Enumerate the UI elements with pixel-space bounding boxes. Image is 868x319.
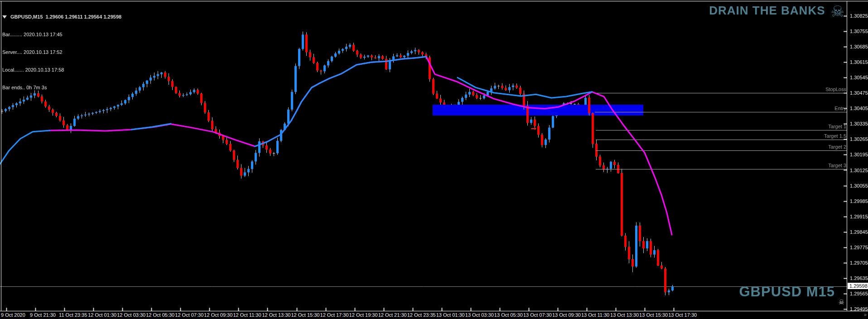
price-axis-label: 1.30755 — [850, 29, 868, 34]
price-axis-label: 1.30125 — [850, 168, 868, 173]
bar-ends-row: Bar ends.. 0h 7m 3s — [2, 85, 121, 91]
chart-left-border — [1, 1, 1, 311]
price-axis-label: 1.29915 — [850, 214, 868, 219]
time-axis-label: 12 Oct 23:35 — [407, 312, 436, 318]
time-axis-label: 12 Oct 07:30 — [175, 312, 203, 318]
time-axis-label: 12 Oct 09:30 — [204, 312, 232, 318]
time-axis-label: 9 Oct 2020 — [1, 312, 25, 318]
small-skull-icon: ☠ — [839, 298, 844, 306]
current-price-badge: 1.29598 — [848, 283, 868, 289]
server-time-row: Server.... 2020.10.13 17:52 — [2, 49, 121, 55]
time-axis-label: 12 Oct 05:30 — [146, 312, 174, 318]
time-axis-label: 13 Oct 15:30 — [639, 312, 668, 318]
time-axis-label: 13 Oct 01:30 — [436, 312, 465, 318]
time-axis-label: 9 Oct 21:30 — [30, 312, 56, 318]
price-axis-label: 1.30825 — [850, 13, 868, 19]
chart-top-border — [0, 1, 868, 1]
price-axis-label: 1.30475 — [850, 90, 868, 96]
price-axis-label: 1.30685 — [850, 44, 868, 49]
time-axis-label: 13 Oct 03:30 — [465, 312, 494, 318]
price-axis-label: 1.30195 — [850, 152, 868, 157]
symbol-ohlc-line: GBPUSD,M15 1.29606 1.29611 1.29564 1.295… — [2, 14, 121, 20]
price-axis-label: 1.30265 — [850, 136, 868, 142]
level-label-entry[interactable]: Entry — [792, 106, 846, 111]
time-axis-label: 12 Oct 13:30 — [262, 312, 290, 318]
price-chart-canvas[interactable] — [0, 0, 847, 311]
brand-banner: DRAIN THE BANKS ☠ — [709, 4, 844, 18]
price-axis-label: 1.29635 — [850, 276, 868, 281]
chart-info-panel: GBPUSD,M15 1.29606 1.29611 1.29564 1.295… — [2, 2, 121, 102]
time-axis-label: 11 Oct 23:35 — [59, 312, 87, 318]
price-axis-label: 1.30055 — [850, 183, 868, 188]
price-axis-label: 1.29775 — [850, 245, 868, 250]
skull-crossbones-icon: ☠ — [831, 5, 844, 18]
level-label-target-2[interactable]: Target 2 — [792, 144, 846, 150]
time-axis-separator — [0, 311, 868, 311]
time-axis-label: 13 Oct 07:30 — [523, 312, 552, 318]
price-axis-label: 1.29845 — [850, 229, 868, 235]
level-label-target-3[interactable]: Target 3 — [792, 163, 846, 168]
scroll-end-icon[interactable]: » — [864, 312, 867, 317]
time-axis-label: 12 Oct 21:30 — [378, 312, 407, 318]
time-axis-label: 13 Oct 13:30 — [610, 312, 639, 318]
price-axis-label: 1.29985 — [850, 198, 868, 204]
time-axis-label: 13 Oct 05:30 — [494, 312, 523, 318]
level-label-stoploss[interactable]: StopLoss — [792, 87, 846, 92]
time-axis-label: 12 Oct 17:30 — [320, 312, 349, 318]
time-axis-label: 12 Oct 01:30 — [88, 312, 116, 318]
brand-text: DRAIN THE BANKS — [709, 4, 825, 18]
level-label-target-1-5[interactable]: Target 1.5 — [792, 133, 846, 139]
price-axis-label: 1.30335 — [850, 121, 868, 126]
time-axis-label: 13 Oct 17:30 — [668, 312, 697, 318]
price-axis-label: 1.29705 — [850, 260, 868, 266]
time-axis-label: 12 Oct 19:30 — [349, 312, 378, 318]
chevron-down-icon[interactable] — [2, 15, 7, 19]
symbol-watermark: GBPUSD M15 — [739, 284, 835, 300]
price-axis-label: 1.30545 — [850, 75, 868, 80]
time-axis-label: 12 Oct 15:30 — [291, 312, 320, 318]
price-axis-separator — [847, 1, 847, 311]
bar-time-row: Bar......... 2020.10.13 17:45 — [2, 32, 121, 38]
mt4-chart-window: GBPUSD,M15 1.29606 1.29611 1.29564 1.295… — [0, 0, 868, 319]
time-axis-label: 12 Oct 11:30 — [233, 312, 261, 318]
price-axis-label: 1.29565 — [850, 291, 868, 296]
price-axis-label: 1.30615 — [850, 59, 868, 65]
time-axis-label: 12 Oct 03:30 — [117, 312, 145, 318]
symbol-label: GBPUSD,M15 — [10, 14, 43, 20]
time-axis-label: 13 Oct 09:30 — [552, 312, 581, 318]
price-axis-label: 1.29495 — [850, 306, 868, 312]
ohlc-values: 1.29606 1.29611 1.29564 1.29598 — [46, 14, 122, 20]
level-label-target-1[interactable]: Target 1 — [792, 124, 846, 129]
local-time-row: Local....... 2020.10.13 17:58 — [2, 67, 121, 73]
price-axis-label: 1.30405 — [850, 106, 868, 111]
time-axis-label: 13 Oct 11:30 — [581, 312, 609, 318]
